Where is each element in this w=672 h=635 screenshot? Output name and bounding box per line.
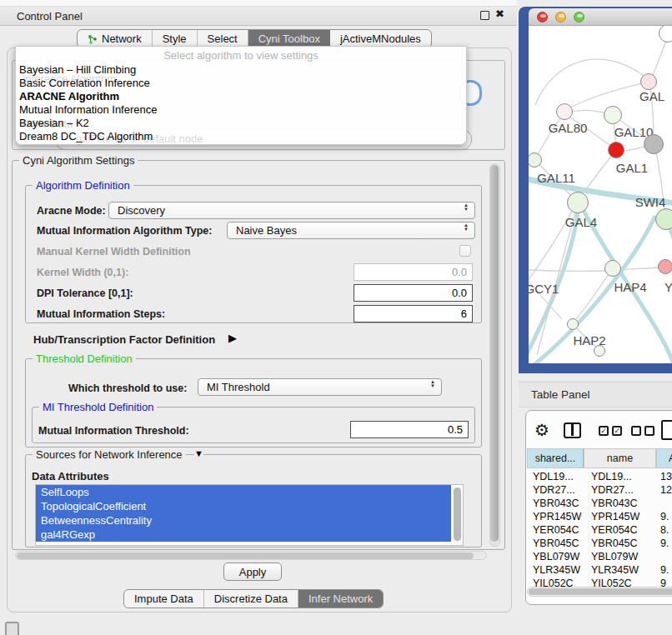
tab-style[interactable]: Style [153,30,198,48]
algorithm-option[interactable]: Dream8 DC_TDC Algorithm [16,130,466,143]
combo-value: Discovery [118,204,165,217]
algorithm-dropdown: Inference Algorithm Table Data galFilter… [15,46,467,145]
aracne-mode-combo[interactable]: Discovery ▲▼ [108,202,475,219]
table-cell: YBR043C [527,497,584,510]
tab-label: Impute Data [134,592,193,605]
network-node-gal80[interactable] [556,103,573,120]
collapse-arrow-icon[interactable]: ▼ [194,448,203,458]
deselect-all-columns-icon[interactable] [631,426,654,436]
table-row[interactable]: YDR27...YDR27...12 [527,483,672,497]
table-row[interactable]: YLR345WYLR345W9. [527,563,672,577]
table-hscrollbar-thumb[interactable] [529,588,672,595]
attribute-item[interactable]: SelfLoops [36,485,451,499]
network-node-gal[interactable] [640,73,657,90]
columns-icon[interactable] [564,422,581,438]
tab-discretize-data[interactable]: Discretize Data [204,590,298,608]
tab-label: Discretize Data [214,592,288,605]
gear-icon[interactable]: ⚙ [534,420,549,440]
tab-infer-network[interactable]: Infer Network [298,590,383,608]
select-all-columns-icon[interactable]: ✓✓ [599,426,622,436]
table-row[interactable]: YPR145WYPR145W9. [527,510,672,523]
expand-arrow-icon[interactable]: ▶ [228,332,237,344]
stepper-icon: ▲▼ [464,223,469,232]
table-cell: 8. [656,523,672,537]
network-node-gal10[interactable] [604,106,622,124]
column-header[interactable]: name [584,448,656,468]
dropdown-placeholder: Select algorithm to view settings [16,47,466,63]
algorithm-option[interactable]: Bayesian – Hill Climbing [16,63,466,77]
tab-jactivemnodules[interactable]: jActiveMNodules [330,30,431,48]
data-attributes-label: Data Attributes [32,470,109,482]
network-node-hap4[interactable] [604,260,621,277]
network-node-gal1[interactable] [608,142,624,158]
attribute-item[interactable]: BetweennessCentrality [36,513,451,528]
node-label: GAL4 [565,215,597,229]
algorithm-option[interactable]: ARACNE Algorithm [16,90,466,103]
table-cell: YDL19... [527,470,584,483]
table-row[interactable]: YBR043CYBR043C [527,497,672,510]
node-label: GAL1 [616,161,648,175]
network-canvas[interactable]: GALGAL80GAL10GAL1GAL11SWI4GAL4HAP4YGCY1H… [529,26,672,363]
node-label: GCY1 [529,282,559,296]
kernel-width-field[interactable] [354,263,473,281]
document-icon[interactable] [661,420,672,440]
tab-impute-data[interactable]: Impute Data [124,590,204,608]
table-cell [656,497,672,510]
node-label: GAL80 [549,121,588,135]
attribute-item[interactable]: gal4RGexp [36,528,451,542]
list-scrollbar-track[interactable] [453,487,462,543]
table-cell: YBL079W [584,550,656,563]
tab-network[interactable]: Network [78,30,153,48]
column-header[interactable]: A [656,448,672,468]
algorithm-option[interactable]: Mutual Information Inference [16,103,466,117]
hub-definition-label: Hub/Transcription Factor Definition [33,333,215,346]
table-row[interactable]: YDL19...YDL19...13 [527,470,672,483]
close-icon[interactable]: ✖ [495,8,504,20]
table-row[interactable]: YER054CYER054C8. [527,523,672,537]
tab-cyni-toolbox[interactable]: Cyni Toolbox [248,30,330,48]
network-icon [88,34,98,44]
table-cell: YPR145W [527,510,584,523]
minimized-panel-icon[interactable] [5,622,19,635]
zoom-traffic-light[interactable] [574,12,584,22]
network-node-hap2[interactable] [567,318,579,330]
column-header[interactable]: shared... [527,448,584,468]
aracne-mode-label: Aracne Mode: [37,205,106,217]
which-threshold-label: Which threshold to use: [68,382,187,394]
groupbox-title: Sources for Network Inference [33,448,186,461]
dpi-tolerance-field[interactable] [354,284,473,302]
list-scrollbar-thumb[interactable] [454,488,461,541]
minimize-traffic-light[interactable] [555,12,566,22]
dpi-tolerance-label: DPI Tolerance [0,1]: [37,288,133,299]
settings-scrollbar-thumb[interactable] [490,165,499,542]
table-header-row: shared... name A [527,448,672,468]
node-label: Y [664,280,672,294]
table-row[interactable]: YBR045CYBR045C9. [527,537,672,550]
tab-select[interactable]: Select [198,30,248,48]
mi-type-label: Mutual Information Algorithm Type: [37,225,212,237]
mi-steps-field[interactable] [354,305,473,322]
table-cell: YER054C [584,523,656,537]
float-window-icon[interactable] [480,11,489,20]
table-row[interactable]: YBL079WYBL079W [527,550,672,563]
table-cell: YDR27... [584,483,656,497]
close-traffic-light[interactable] [537,12,548,22]
network-node[interactable] [644,134,664,154]
network-node[interactable] [594,345,605,357]
network-window-titlebar[interactable] [529,8,672,26]
apply-button[interactable]: Apply [223,562,282,581]
network-node-gal4[interactable] [567,192,589,213]
data-attributes-list[interactable]: SelfLoopsTopologicalCoefficientBetweenne… [35,484,464,546]
manual-kernel-checkbox[interactable] [459,245,471,257]
manual-kernel-label: Manual Kernel Width Definition [37,246,191,258]
algorithm-option[interactable]: Basic Correlation Inference [16,77,466,90]
which-threshold-combo[interactable]: MI Threshold ▲▼ [198,378,442,396]
mi-threshold-field[interactable] [350,421,469,438]
table-cell: YDR27... [527,483,584,497]
network-node-y[interactable] [658,259,672,274]
network-node-swi4[interactable] [655,208,672,230]
mi-type-combo[interactable]: Naive Bayes ▲▼ [227,222,475,239]
algorithm-option[interactable]: Bayesian – K2 [16,117,466,130]
settings-hscrollbar-thumb[interactable] [17,552,474,559]
attribute-item[interactable]: TopologicalCoefficient [36,499,451,513]
